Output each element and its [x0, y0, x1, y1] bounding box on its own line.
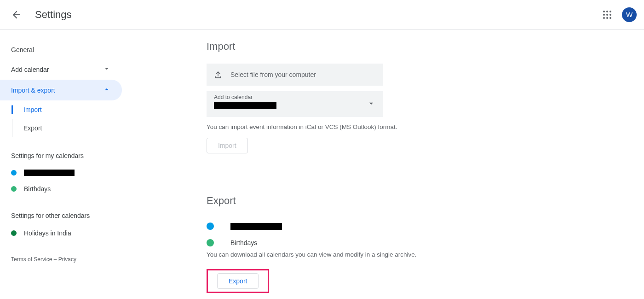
select-file-button[interactable]: Select file from your computer	[207, 64, 383, 86]
redacted-calendar-name	[230, 223, 282, 230]
content: General Add calendar Import & export Imp…	[0, 29, 644, 299]
sidebar-section-other-calendars: Settings for other calendars	[0, 197, 122, 225]
calendar-label: Holidays in India	[24, 229, 71, 237]
arrow-left-icon	[11, 9, 22, 20]
back-button[interactable]	[7, 6, 26, 24]
export-highlight-box: Export	[207, 269, 269, 293]
sidebar-calendar-item[interactable]	[0, 165, 122, 181]
sidebar-sub-import[interactable]: Import	[12, 100, 122, 119]
sidebar-item-label: Import & export	[11, 87, 55, 94]
header-left: Settings	[7, 6, 72, 24]
sidebar-item-label: Import	[23, 106, 42, 113]
terms-link[interactable]: Terms of Service	[11, 256, 52, 263]
redacted-dropdown-value	[214, 102, 276, 109]
calendar-color-dot	[11, 186, 17, 192]
dropdown-label: Add to calendar	[214, 94, 376, 100]
header: Settings W	[0, 0, 644, 29]
avatar[interactable]: W	[622, 7, 637, 22]
calendar-color-dot	[207, 239, 214, 246]
import-heading: Import	[207, 41, 633, 53]
select-file-label: Select file from your computer	[230, 71, 316, 78]
dropdown-arrow-icon	[367, 99, 376, 110]
redacted-calendar-name	[24, 170, 75, 176]
sidebar-sub-export[interactable]: Export	[12, 119, 122, 137]
sidebar-item-general[interactable]: General	[0, 41, 122, 59]
privacy-link[interactable]: Privacy	[58, 256, 76, 263]
chevron-down-icon	[103, 64, 111, 74]
chevron-up-icon	[103, 85, 111, 95]
export-heading: Export	[207, 195, 633, 207]
sidebar-item-label: Export	[23, 124, 42, 132]
export-button[interactable]: Export	[217, 273, 259, 289]
calendar-color-dot	[207, 223, 214, 230]
sidebar-item-import-export[interactable]: Import & export	[0, 80, 122, 100]
upload-icon	[214, 70, 222, 79]
apps-grid-icon	[603, 11, 611, 19]
calendar-color-dot	[11, 170, 17, 176]
export-section: Export Birthdays You can download all ca…	[207, 195, 633, 293]
sidebar-section-my-calendars: Settings for my calendars	[0, 137, 122, 165]
sidebar-sub-items: Import Export	[11, 100, 122, 137]
header-right: W	[598, 6, 637, 24]
sidebar-item-label: Add calendar	[11, 66, 49, 73]
main-content: Import Select file from your computer Ad…	[122, 29, 644, 299]
sidebar-item-label: General	[11, 46, 34, 53]
sidebar: General Add calendar Import & export Imp…	[0, 29, 122, 299]
sidebar-calendar-item[interactable]: Holidays in India	[0, 225, 122, 241]
export-help-text: You can download all calendars you can v…	[207, 251, 633, 258]
export-calendar-item	[207, 218, 633, 235]
page-title: Settings	[35, 9, 72, 21]
sidebar-item-add-calendar[interactable]: Add calendar	[0, 59, 122, 80]
export-calendar-item: Birthdays	[207, 235, 633, 251]
apps-button[interactable]	[598, 6, 616, 24]
calendar-label: Birthdays	[24, 185, 51, 193]
add-to-calendar-dropdown[interactable]: Add to calendar	[207, 91, 383, 117]
calendar-label: Birthdays	[230, 239, 257, 246]
import-help-text: You can import event information in iCal…	[207, 123, 633, 130]
sidebar-calendar-item[interactable]: Birthdays	[0, 181, 122, 197]
footer-separator: –	[52, 256, 58, 263]
import-button[interactable]: Import	[207, 138, 248, 153]
calendar-color-dot	[11, 230, 17, 236]
footer-links: Terms of Service – Privacy	[0, 241, 122, 277]
import-section: Import Select file from your computer Ad…	[207, 41, 633, 153]
